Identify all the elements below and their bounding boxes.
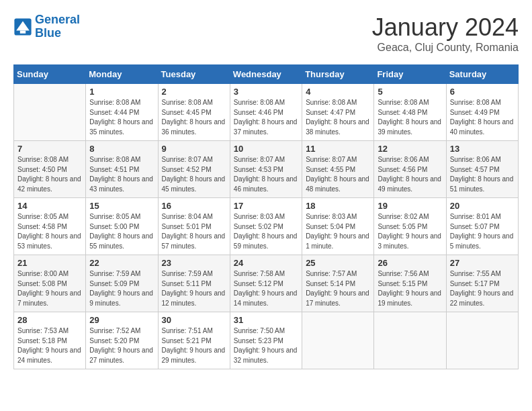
day-number: 30	[162, 315, 226, 325]
day-cell: 18 Sunrise: 8:03 AMSunset: 5:04 PMDaylig…	[302, 198, 374, 255]
day-info: Sunrise: 8:08 AMSunset: 4:51 PMDaylight:…	[89, 155, 154, 194]
day-cell: 1 Sunrise: 8:08 AMSunset: 4:44 PMDayligh…	[86, 84, 158, 141]
day-cell: 27 Sunrise: 7:55 AMSunset: 5:17 PMDaylig…	[446, 255, 518, 312]
day-info: Sunrise: 8:08 AMSunset: 4:45 PMDaylight:…	[162, 98, 226, 137]
day-number: 2	[162, 87, 226, 97]
day-info: Sunrise: 8:06 AMSunset: 4:57 PMDaylight:…	[450, 155, 515, 194]
day-number: 9	[162, 144, 226, 154]
day-cell: 5 Sunrise: 8:08 AMSunset: 4:48 PMDayligh…	[374, 84, 446, 141]
week-row-5: 28 Sunrise: 7:53 AMSunset: 5:18 PMDaylig…	[14, 312, 519, 369]
day-cell: 11 Sunrise: 8:07 AMSunset: 4:55 PMDaylig…	[302, 141, 374, 198]
day-info: Sunrise: 8:07 AMSunset: 4:52 PMDaylight:…	[162, 155, 226, 194]
day-number: 16	[162, 201, 226, 211]
day-number: 6	[450, 87, 515, 97]
day-info: Sunrise: 8:08 AMSunset: 4:50 PMDaylight:…	[17, 155, 82, 194]
day-cell: 29 Sunrise: 7:52 AMSunset: 5:20 PMDaylig…	[86, 312, 158, 369]
day-number: 21	[17, 258, 82, 268]
day-info: Sunrise: 8:08 AMSunset: 4:46 PMDaylight:…	[234, 98, 298, 137]
day-cell: 8 Sunrise: 8:08 AMSunset: 4:51 PMDayligh…	[86, 141, 158, 198]
day-number: 8	[89, 144, 154, 154]
logo-text: General Blue	[35, 13, 80, 40]
day-cell: 22 Sunrise: 7:59 AMSunset: 5:09 PMDaylig…	[86, 255, 158, 312]
day-cell	[446, 312, 518, 369]
day-info: Sunrise: 8:07 AMSunset: 4:53 PMDaylight:…	[234, 155, 298, 194]
day-cell: 25 Sunrise: 7:57 AMSunset: 5:14 PMDaylig…	[302, 255, 374, 312]
header-friday: Friday	[374, 65, 446, 84]
day-cell: 13 Sunrise: 8:06 AMSunset: 4:57 PMDaylig…	[446, 141, 518, 198]
day-number: 12	[378, 144, 442, 154]
day-info: Sunrise: 7:50 AMSunset: 5:23 PMDaylight:…	[234, 326, 298, 365]
day-number: 10	[234, 144, 298, 154]
day-info: Sunrise: 7:57 AMSunset: 5:14 PMDaylight:…	[306, 269, 370, 308]
header-tuesday: Tuesday	[158, 65, 230, 84]
day-info: Sunrise: 8:00 AMSunset: 5:08 PMDaylight:…	[17, 269, 82, 308]
day-cell: 24 Sunrise: 7:58 AMSunset: 5:12 PMDaylig…	[230, 255, 302, 312]
day-info: Sunrise: 7:53 AMSunset: 5:18 PMDaylight:…	[17, 326, 82, 365]
day-info: Sunrise: 7:55 AMSunset: 5:17 PMDaylight:…	[450, 269, 515, 308]
day-number: 4	[306, 87, 370, 97]
day-info: Sunrise: 7:51 AMSunset: 5:21 PMDaylight:…	[162, 326, 226, 365]
day-cell: 6 Sunrise: 8:08 AMSunset: 4:49 PMDayligh…	[446, 84, 518, 141]
day-number: 13	[450, 144, 515, 154]
header-saturday: Saturday	[446, 65, 518, 84]
day-number: 18	[306, 201, 370, 211]
logo: General Blue	[13, 13, 80, 40]
week-row-3: 14 Sunrise: 8:05 AMSunset: 4:58 PMDaylig…	[14, 198, 519, 255]
day-info: Sunrise: 8:03 AMSunset: 5:02 PMDaylight:…	[234, 212, 298, 251]
day-number: 22	[89, 258, 154, 268]
header-thursday: Thursday	[302, 65, 374, 84]
day-number: 23	[162, 258, 226, 268]
calendar-table: SundayMondayTuesdayWednesdayThursdayFrid…	[13, 64, 519, 369]
week-row-4: 21 Sunrise: 8:00 AMSunset: 5:08 PMDaylig…	[14, 255, 519, 312]
day-info: Sunrise: 7:58 AMSunset: 5:12 PMDaylight:…	[234, 269, 298, 308]
day-number: 17	[234, 201, 298, 211]
header-sunday: Sunday	[14, 65, 86, 84]
day-info: Sunrise: 8:08 AMSunset: 4:48 PMDaylight:…	[378, 98, 442, 137]
day-info: Sunrise: 7:59 AMSunset: 5:11 PMDaylight:…	[162, 269, 226, 308]
day-cell: 17 Sunrise: 8:03 AMSunset: 5:02 PMDaylig…	[230, 198, 302, 255]
day-info: Sunrise: 8:06 AMSunset: 4:56 PMDaylight:…	[378, 155, 442, 194]
month-title: January 2024	[372, 13, 519, 42]
location-title: Geaca, Cluj County, Romania	[372, 42, 519, 54]
day-cell: 2 Sunrise: 8:08 AMSunset: 4:45 PMDayligh…	[158, 84, 230, 141]
day-cell: 23 Sunrise: 7:59 AMSunset: 5:11 PMDaylig…	[158, 255, 230, 312]
day-info: Sunrise: 8:08 AMSunset: 4:47 PMDaylight:…	[306, 98, 370, 137]
day-number: 15	[89, 201, 154, 211]
day-cell	[374, 312, 446, 369]
day-info: Sunrise: 8:07 AMSunset: 4:55 PMDaylight:…	[306, 155, 370, 194]
logo-icon	[13, 17, 32, 36]
day-info: Sunrise: 8:03 AMSunset: 5:04 PMDaylight:…	[306, 212, 370, 251]
day-cell: 20 Sunrise: 8:01 AMSunset: 5:07 PMDaylig…	[446, 198, 518, 255]
title-area: January 2024 Geaca, Cluj County, Romania	[372, 13, 519, 54]
day-cell: 30 Sunrise: 7:51 AMSunset: 5:21 PMDaylig…	[158, 312, 230, 369]
day-cell: 7 Sunrise: 8:08 AMSunset: 4:50 PMDayligh…	[14, 141, 86, 198]
day-cell: 12 Sunrise: 8:06 AMSunset: 4:56 PMDaylig…	[374, 141, 446, 198]
day-info: Sunrise: 7:59 AMSunset: 5:09 PMDaylight:…	[89, 269, 154, 308]
day-info: Sunrise: 8:04 AMSunset: 5:01 PMDaylight:…	[162, 212, 226, 251]
day-cell	[14, 84, 86, 141]
day-info: Sunrise: 8:05 AMSunset: 4:58 PMDaylight:…	[17, 212, 82, 251]
day-cell	[302, 312, 374, 369]
day-number: 20	[450, 201, 515, 211]
day-cell: 4 Sunrise: 8:08 AMSunset: 4:47 PMDayligh…	[302, 84, 374, 141]
day-number: 28	[17, 315, 82, 325]
header-row: SundayMondayTuesdayWednesdayThursdayFrid…	[14, 65, 519, 84]
header-monday: Monday	[86, 65, 158, 84]
day-number: 5	[378, 87, 442, 97]
day-number: 1	[89, 87, 154, 97]
day-cell: 15 Sunrise: 8:05 AMSunset: 5:00 PMDaylig…	[86, 198, 158, 255]
day-cell: 28 Sunrise: 7:53 AMSunset: 5:18 PMDaylig…	[14, 312, 86, 369]
day-cell: 21 Sunrise: 8:00 AMSunset: 5:08 PMDaylig…	[14, 255, 86, 312]
day-number: 26	[378, 258, 442, 268]
day-info: Sunrise: 8:02 AMSunset: 5:05 PMDaylight:…	[378, 212, 442, 251]
day-number: 24	[234, 258, 298, 268]
day-number: 14	[17, 201, 82, 211]
day-info: Sunrise: 8:05 AMSunset: 5:00 PMDaylight:…	[89, 212, 154, 251]
day-number: 19	[378, 201, 442, 211]
day-number: 29	[89, 315, 154, 325]
day-info: Sunrise: 8:08 AMSunset: 4:49 PMDaylight:…	[450, 98, 515, 137]
day-cell: 14 Sunrise: 8:05 AMSunset: 4:58 PMDaylig…	[14, 198, 86, 255]
day-number: 27	[450, 258, 515, 268]
day-number: 25	[306, 258, 370, 268]
svg-rect-2	[20, 30, 26, 33]
